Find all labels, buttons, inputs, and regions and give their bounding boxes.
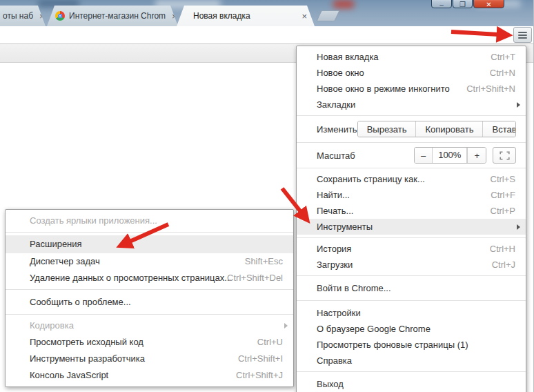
shortcut: Ctrl+H [490,241,515,257]
zoom-level-value: 100% [432,148,467,163]
menu-row-edit: Изменить Вырезать Копировать Вставить [297,119,526,139]
chrome-main-menu: Новая вкладка Ctrl+T Новое окно Ctrl+N Н… [296,46,526,392]
menu-item-new-tab[interactable]: Новая вкладка Ctrl+T [297,49,526,65]
submenu-item-view-source[interactable]: Просмотреть исходный код Ctrl+U [6,334,293,351]
submenu-item-encoding: Кодировка [6,317,293,334]
menu-row-zoom: Масштаб – 100% + [297,146,526,165]
submenu-item-clear-browsing-data[interactable]: Удаление данных о просмотренных страница… [6,270,293,286]
menu-item-new-window[interactable]: Новое окно Ctrl+N [297,65,526,81]
window-minimize-button[interactable]: – [431,0,452,8]
menu-item-tools[interactable]: Инструменты [297,219,526,235]
menu-separator [297,237,526,238]
submenu-arrow-icon [517,224,520,230]
tab-title: Новая вкладка [193,11,250,21]
webstore-favicon-icon [55,11,65,21]
window-close-button[interactable]: ✕ [473,0,504,8]
tab-title: Интернет-магазин Chrom [69,11,166,21]
menu-item-exit[interactable]: Выход [297,375,526,392]
shortcut: Ctrl+Shift+Del [227,270,283,286]
tools-submenu: Создать ярлыки приложения... Расширения … [5,209,294,387]
submenu-item-report-issue[interactable]: Сообщить о проблеме... [6,293,293,311]
menu-item-bookmarks[interactable]: Закладки [297,97,526,112]
submenu-item-extensions[interactable]: Расширения [6,235,293,253]
fullscreen-corners-icon [500,151,510,160]
menu-item-settings[interactable]: Настройки [297,305,526,321]
menu-item-help[interactable]: Справка [297,353,526,369]
shortcut: Ctrl+J [492,257,515,273]
shortcut: Ctrl+F [491,187,515,203]
window-maximize-button[interactable]: ❐ [453,0,473,8]
toolbar: ☆ [0,26,534,44]
menu-separator [297,142,526,143]
glass-reflection [333,0,354,8]
shortcut: Ctrl+Shift+N [466,81,515,97]
bookmark-star-icon[interactable]: ☆ [494,28,506,41]
menu-item-find[interactable]: Найти... Ctrl+F [297,187,526,203]
submenu-arrow-icon [284,323,288,329]
paste-button[interactable]: Вставить [482,121,516,137]
submenu-item-js-console[interactable]: Консоль JavaScript Ctrl+Shift+J [6,367,293,384]
hamburger-menu-button[interactable] [513,27,532,43]
tab-2[interactable]: Интернет-магазин Chrom × [47,6,178,26]
menu-separator [297,115,526,116]
shortcut: Ctrl+S [491,171,515,187]
menu-item-incognito[interactable]: Новое окно в режиме инкогнито Ctrl+Shift… [297,81,526,97]
menu-separator [297,300,526,301]
menu-item-save-page[interactable]: Сохранить страницу как... Ctrl+S [297,171,526,187]
shortcut: Ctrl+T [491,49,515,65]
fullscreen-button[interactable] [493,147,516,164]
menu-separator [6,314,293,315]
menu-item-background-pages[interactable]: Просмотреть фоновые страницы (1) [297,337,526,353]
submenu-item-dev-tools[interactable]: Инструменты разработчика Ctrl+Shift+I [6,351,293,367]
zoom-out-button[interactable]: – [415,148,432,163]
shortcut: Ctrl+U [257,334,283,351]
shortcut: Ctrl+P [491,203,515,219]
menu-separator [297,275,526,276]
hamburger-icon [518,32,527,33]
menu-item-sign-in[interactable]: Войти в Chrome... [297,279,526,297]
tab-title: оты наб [3,11,33,21]
menu-separator [6,232,293,233]
submenu-item-create-shortcuts: Создать ярлыки приложения... [6,213,293,229]
copy-button[interactable]: Копировать [415,121,482,137]
shortcut: Shift+Esc [245,253,283,270]
zoom-in-button[interactable]: + [467,148,486,163]
menu-item-history[interactable]: История Ctrl+H [297,241,526,257]
menu-item-about[interactable]: О браузере Google Chrome [297,321,526,337]
submenu-arrow-icon [517,102,520,108]
tab-1[interactable]: оты наб × [0,6,46,26]
menu-item-downloads[interactable]: Загрузки Ctrl+J [297,257,526,273]
shortcut: Ctrl+Shift+I [238,351,283,367]
cut-button[interactable]: Вырезать [358,121,416,137]
tab-active[interactable]: Новая вкладка × [177,6,315,26]
menu-separator [297,168,526,168]
menu-item-print[interactable]: Печать... Ctrl+P [297,203,526,219]
menu-separator [6,289,293,290]
submenu-item-task-manager[interactable]: Диспетчер задач Shift+Esc [6,253,293,270]
shortcut: Ctrl+N [490,65,515,81]
tab-close-icon[interactable]: × [299,12,309,21]
menu-separator [297,371,526,372]
shortcut: Ctrl+Shift+J [236,367,283,384]
